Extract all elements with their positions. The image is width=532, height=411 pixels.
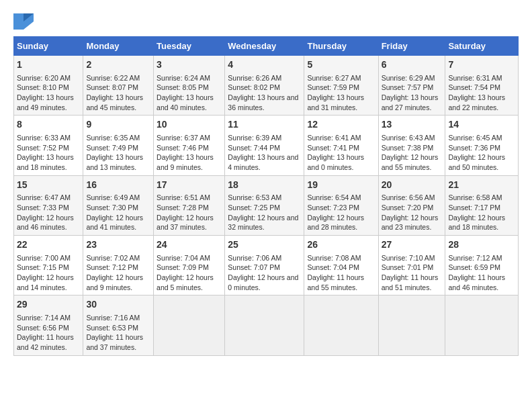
day-number: 1	[17, 58, 80, 72]
day-info: Sunrise: 6:37 AM Sunset: 7:46 PM Dayligh…	[157, 133, 222, 173]
calendar-cell: 12Sunrise: 6:41 AM Sunset: 7:41 PM Dayli…	[304, 116, 378, 175]
day-info: Sunrise: 6:45 AM Sunset: 7:36 PM Dayligh…	[448, 133, 515, 173]
calendar-cell: 24Sunrise: 7:04 AM Sunset: 7:09 PM Dayli…	[154, 236, 225, 295]
calendar-cell: 25Sunrise: 7:06 AM Sunset: 7:07 PM Dayli…	[225, 236, 304, 295]
day-number: 22	[17, 238, 80, 252]
day-number: 8	[17, 118, 80, 132]
day-info: Sunrise: 7:02 AM Sunset: 7:12 PM Dayligh…	[86, 253, 150, 293]
calendar-cell	[225, 295, 304, 355]
calendar-week-1: 1Sunrise: 6:20 AM Sunset: 8:10 PM Daylig…	[14, 56, 519, 116]
calendar-cell: 26Sunrise: 7:08 AM Sunset: 7:04 PM Dayli…	[304, 236, 378, 295]
day-number: 5	[307, 58, 375, 72]
day-info: Sunrise: 7:00 AM Sunset: 7:15 PM Dayligh…	[17, 253, 80, 293]
calendar-week-5: 29Sunrise: 7:14 AM Sunset: 6:56 PM Dayli…	[14, 295, 519, 355]
day-number: 15	[17, 179, 80, 192]
calendar-cell	[378, 295, 445, 355]
day-number: 6	[382, 58, 443, 72]
day-number: 17	[157, 179, 222, 192]
day-number: 26	[307, 238, 375, 252]
day-info: Sunrise: 6:49 AM Sunset: 7:30 PM Dayligh…	[86, 193, 150, 232]
day-info: Sunrise: 6:56 AM Sunset: 7:20 PM Dayligh…	[382, 193, 443, 232]
day-info: Sunrise: 6:39 AM Sunset: 7:44 PM Dayligh…	[228, 133, 301, 173]
day-info: Sunrise: 7:14 AM Sunset: 6:56 PM Dayligh…	[17, 313, 80, 353]
calendar-cell	[154, 295, 225, 355]
calendar-cell: 13Sunrise: 6:43 AM Sunset: 7:38 PM Dayli…	[378, 116, 445, 175]
calendar-header-row: SundayMondayTuesdayWednesdayThursdayFrid…	[14, 37, 519, 56]
day-info: Sunrise: 6:27 AM Sunset: 7:59 PM Dayligh…	[307, 73, 375, 113]
day-info: Sunrise: 6:47 AM Sunset: 7:33 PM Dayligh…	[17, 193, 80, 232]
day-number: 23	[86, 238, 150, 252]
day-info: Sunrise: 6:54 AM Sunset: 7:23 PM Dayligh…	[307, 193, 375, 232]
day-info: Sunrise: 6:41 AM Sunset: 7:41 PM Dayligh…	[307, 133, 375, 173]
calendar-cell: 30Sunrise: 7:16 AM Sunset: 6:53 PM Dayli…	[83, 295, 154, 355]
calendar-week-3: 15Sunrise: 6:47 AM Sunset: 7:33 PM Dayli…	[14, 175, 519, 235]
day-number: 24	[157, 238, 222, 252]
logo-icon	[13, 13, 34, 30]
header-tuesday: Tuesday	[154, 37, 225, 56]
logo	[13, 13, 36, 30]
calendar-cell: 22Sunrise: 7:00 AM Sunset: 7:15 PM Dayli…	[14, 236, 83, 295]
day-number: 13	[382, 118, 443, 132]
day-info: Sunrise: 7:08 AM Sunset: 7:04 PM Dayligh…	[307, 253, 375, 293]
header-wednesday: Wednesday	[225, 37, 304, 56]
day-number: 29	[17, 298, 80, 312]
day-info: Sunrise: 6:29 AM Sunset: 7:57 PM Dayligh…	[382, 73, 443, 113]
calendar-cell: 5Sunrise: 6:27 AM Sunset: 7:59 PM Daylig…	[304, 56, 378, 116]
header-monday: Monday	[83, 37, 154, 56]
calendar-cell: 14Sunrise: 6:45 AM Sunset: 7:36 PM Dayli…	[445, 116, 519, 175]
day-info: Sunrise: 6:20 AM Sunset: 8:10 PM Dayligh…	[17, 73, 80, 113]
calendar-cell: 21Sunrise: 6:58 AM Sunset: 7:17 PM Dayli…	[445, 175, 519, 235]
day-info: Sunrise: 6:22 AM Sunset: 8:07 PM Dayligh…	[86, 73, 150, 113]
calendar-cell: 7Sunrise: 6:31 AM Sunset: 7:54 PM Daylig…	[445, 56, 519, 116]
day-info: Sunrise: 6:58 AM Sunset: 7:17 PM Dayligh…	[448, 193, 515, 232]
calendar-cell: 8Sunrise: 6:33 AM Sunset: 7:52 PM Daylig…	[14, 116, 83, 175]
day-info: Sunrise: 6:31 AM Sunset: 7:54 PM Dayligh…	[448, 73, 515, 113]
calendar-cell: 9Sunrise: 6:35 AM Sunset: 7:49 PM Daylig…	[83, 116, 154, 175]
svg-rect-0	[13, 13, 24, 30]
calendar-cell	[445, 295, 519, 355]
day-info: Sunrise: 6:51 AM Sunset: 7:28 PM Dayligh…	[157, 193, 222, 232]
day-number: 10	[157, 118, 222, 132]
day-info: Sunrise: 7:10 AM Sunset: 7:01 PM Dayligh…	[382, 253, 443, 293]
day-number: 3	[157, 58, 222, 72]
day-number: 21	[448, 179, 515, 192]
day-number: 7	[448, 58, 515, 72]
day-info: Sunrise: 6:24 AM Sunset: 8:05 PM Dayligh…	[157, 73, 222, 113]
day-number: 28	[448, 238, 515, 252]
page-header	[13, 13, 519, 30]
day-info: Sunrise: 6:33 AM Sunset: 7:52 PM Dayligh…	[17, 133, 80, 173]
day-number: 27	[382, 238, 443, 252]
day-info: Sunrise: 6:35 AM Sunset: 7:49 PM Dayligh…	[86, 133, 150, 173]
calendar-cell: 29Sunrise: 7:14 AM Sunset: 6:56 PM Dayli…	[14, 295, 83, 355]
calendar-cell: 11Sunrise: 6:39 AM Sunset: 7:44 PM Dayli…	[225, 116, 304, 175]
day-number: 25	[228, 238, 301, 252]
calendar-cell: 6Sunrise: 6:29 AM Sunset: 7:57 PM Daylig…	[378, 56, 445, 116]
day-number: 11	[228, 118, 301, 132]
calendar-cell: 19Sunrise: 6:54 AM Sunset: 7:23 PM Dayli…	[304, 175, 378, 235]
calendar-cell: 28Sunrise: 7:12 AM Sunset: 6:59 PM Dayli…	[445, 236, 519, 295]
header-friday: Friday	[378, 37, 445, 56]
calendar-cell: 20Sunrise: 6:56 AM Sunset: 7:20 PM Dayli…	[378, 175, 445, 235]
day-number: 14	[448, 118, 515, 132]
calendar-week-2: 8Sunrise: 6:33 AM Sunset: 7:52 PM Daylig…	[14, 116, 519, 175]
calendar-cell: 18Sunrise: 6:53 AM Sunset: 7:25 PM Dayli…	[225, 175, 304, 235]
calendar-week-4: 22Sunrise: 7:00 AM Sunset: 7:15 PM Dayli…	[14, 236, 519, 295]
day-info: Sunrise: 7:12 AM Sunset: 6:59 PM Dayligh…	[448, 253, 515, 293]
day-number: 12	[307, 118, 375, 132]
calendar-cell: 10Sunrise: 6:37 AM Sunset: 7:46 PM Dayli…	[154, 116, 225, 175]
day-info: Sunrise: 6:53 AM Sunset: 7:25 PM Dayligh…	[228, 193, 301, 232]
header-thursday: Thursday	[304, 37, 378, 56]
day-number: 16	[86, 179, 150, 192]
day-number: 4	[228, 58, 301, 72]
calendar-cell: 1Sunrise: 6:20 AM Sunset: 8:10 PM Daylig…	[14, 56, 83, 116]
day-info: Sunrise: 7:06 AM Sunset: 7:07 PM Dayligh…	[228, 253, 301, 293]
calendar-cell: 3Sunrise: 6:24 AM Sunset: 8:05 PM Daylig…	[154, 56, 225, 116]
header-saturday: Saturday	[445, 37, 519, 56]
calendar-cell: 15Sunrise: 6:47 AM Sunset: 7:33 PM Dayli…	[14, 175, 83, 235]
calendar-cell: 2Sunrise: 6:22 AM Sunset: 8:07 PM Daylig…	[83, 56, 154, 116]
day-number: 18	[228, 179, 301, 192]
calendar-cell: 27Sunrise: 7:10 AM Sunset: 7:01 PM Dayli…	[378, 236, 445, 295]
calendar-table: SundayMondayTuesdayWednesdayThursdayFrid…	[13, 36, 519, 356]
calendar-cell	[304, 295, 378, 355]
calendar-cell: 4Sunrise: 6:26 AM Sunset: 8:02 PM Daylig…	[225, 56, 304, 116]
